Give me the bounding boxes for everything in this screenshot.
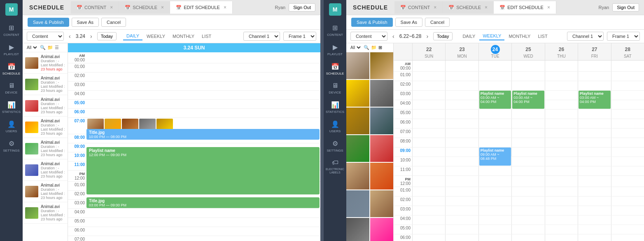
photo-1[interactable]: [346, 52, 369, 79]
right-view-daily[interactable]: DAILY: [459, 32, 478, 40]
photo-14[interactable]: [370, 218, 393, 241]
right-tab-schedule[interactable]: 📅 SCHEDULE ×: [443, 1, 494, 14]
right-tab-content-close[interactable]: ×: [434, 5, 436, 10]
left-folder-btn[interactable]: 📁: [47, 45, 53, 50]
left-tab-edit-close[interactable]: ×: [224, 5, 226, 10]
left-view-daily[interactable]: DAILY: [123, 32, 142, 40]
left-signout-btn[interactable]: Sign Out: [289, 3, 315, 12]
photo-2[interactable]: [370, 52, 393, 79]
left-save-as-btn[interactable]: Save As: [72, 18, 99, 27]
left-tab-schedule[interactable]: 📅 SCHEDULE ×: [119, 1, 170, 14]
photo-13[interactable]: [346, 218, 369, 241]
right-tab-content[interactable]: 📅 CONTENT ×: [394, 1, 443, 14]
right-prev-btn[interactable]: ‹: [391, 33, 396, 40]
w-cell-24-00[interactable]: [478, 61, 511, 71]
w-event-playlist-tue[interactable]: Playlist name 03:00 AM ~ 04:00 PM: [479, 91, 511, 109]
right-channel-select[interactable]: Channel 1: [567, 32, 604, 41]
left-prev-btn[interactable]: ‹: [67, 33, 72, 40]
left-search-btn[interactable]: 🔍: [40, 45, 46, 50]
right-tab-edit-schedule[interactable]: 📅 EDIT SCHEDULE ×: [494, 1, 556, 14]
left-frame-select[interactable]: Frame 1: [283, 32, 316, 41]
left-tab-content[interactable]: 📅 CONTENT ×: [71, 1, 119, 14]
w-cell-28-00[interactable]: [611, 61, 644, 71]
list-item[interactable]: Animal.avi Duration : - Last Modified : …: [23, 52, 68, 74]
w-cell-24-03[interactable]: Playlist name 03:00 AM ~ 04:00 PM: [478, 91, 511, 100]
right-next-btn[interactable]: ›: [425, 33, 430, 40]
left-view-list[interactable]: LIST: [198, 32, 215, 40]
right-search-btn[interactable]: 🔍: [364, 45, 369, 50]
right-view-weekly[interactable]: WEEKLY: [479, 32, 504, 40]
photo-3[interactable]: [346, 80, 369, 107]
right-folder-btn[interactable]: 📁: [371, 45, 377, 50]
right-content-select[interactable]: Content: [350, 32, 387, 41]
event-title-jpg-2[interactable]: Title.jpg 03:00 PM — 09:00 PM: [86, 197, 320, 208]
right-filter-select[interactable]: All: [349, 45, 362, 50]
right-save-as-btn[interactable]: Save As: [395, 18, 422, 27]
left-filter-select[interactable]: All: [25, 45, 38, 50]
w-cell-26-00[interactable]: [545, 61, 578, 71]
right-sidebar-content[interactable]: ⊞ CONTENT: [324, 21, 346, 40]
right-sidebar-playlist[interactable]: ▶ PLAYLIST: [324, 40, 346, 59]
sidebar-item-schedule[interactable]: 📅 SCHEDULE: [0, 59, 23, 79]
w-cell-24-09[interactable]: Playlist name 09:00 AM ~ 08:48 PM: [478, 147, 511, 157]
list-item[interactable]: Animal.avi Duration : - Last Modified : …: [23, 95, 68, 117]
w-event-playlist-fri[interactable]: Playlist name 03:00 AM ~ 04:00 PM: [579, 91, 610, 109]
w-cell-27-03[interactable]: Playlist name 03:00 AM ~ 04:00 PM: [578, 91, 611, 100]
list-item[interactable]: Animal.avi Duration : - Last Modified : …: [23, 117, 68, 138]
sidebar-item-users[interactable]: 👤 USERS: [0, 117, 23, 136]
sidebar-item-content[interactable]: ⊞ CONTENT: [0, 21, 23, 40]
sidebar-item-device[interactable]: 🖥 DEVICE: [0, 79, 23, 98]
sidebar-item-playlist[interactable]: ▶ PLAYLIST: [0, 40, 23, 59]
right-tab-schedule-close[interactable]: ×: [485, 5, 488, 10]
right-save-publish-btn[interactable]: Save & Publish: [351, 18, 393, 27]
right-view-list[interactable]: LIST: [534, 32, 551, 40]
sidebar-item-settings[interactable]: ⚙ SETTINGS: [0, 136, 23, 156]
photo-5[interactable]: [346, 108, 369, 134]
list-item[interactable]: Animal.avi Duration : - Last Modified : …: [23, 181, 68, 202]
right-view-monthly[interactable]: MONTHLY: [505, 32, 534, 40]
w-cell-27-00[interactable]: [578, 61, 611, 71]
right-sidebar-settings[interactable]: ⚙ SETTINGS: [324, 136, 346, 156]
w-event-playlist-blue[interactable]: Playlist name 09:00 AM ~ 08:48 PM: [479, 147, 511, 166]
sidebar-item-statistics[interactable]: 📊 STATISTICS: [0, 98, 23, 117]
left-content-select[interactable]: Content: [27, 32, 64, 41]
left-tab-edit-schedule[interactable]: 📅 EDIT SCHEDULE ×: [170, 1, 233, 14]
right-today-btn[interactable]: Today: [433, 32, 453, 40]
left-list-view-btn[interactable]: ☰: [55, 45, 59, 50]
w-cell-25-00[interactable]: [511, 61, 544, 71]
event-playlist-name-1[interactable]: Playlist name 12:00 PM — 09:00 PM: [86, 147, 320, 194]
left-view-monthly[interactable]: MONTHLY: [169, 32, 198, 40]
right-grid-btn[interactable]: ⊞: [378, 45, 382, 50]
right-sidebar-device[interactable]: 🖥 DEVICE: [324, 79, 346, 98]
list-item[interactable]: Animal.avi Duration : - Last Modified : …: [23, 159, 68, 181]
photo-11[interactable]: [346, 190, 369, 217]
right-sidebar-users[interactable]: 👤 USERS: [324, 117, 346, 136]
photo-7[interactable]: [346, 135, 369, 162]
photo-10[interactable]: [370, 163, 393, 190]
right-frame-select[interactable]: Frame 1: [607, 32, 640, 41]
right-cancel-btn[interactable]: Cancel: [425, 18, 450, 27]
event-title-jpg-1[interactable]: Title.jpg 10:00 PM — 08:00 PM: [86, 129, 320, 140]
right-sidebar-elabels[interactable]: 🏷 ELECTRONIC LABELS: [324, 156, 346, 178]
w-cell-23-00[interactable]: [445, 61, 478, 71]
left-channel-select[interactable]: Channel 1: [243, 32, 280, 41]
photo-6[interactable]: [370, 108, 393, 134]
list-item[interactable]: Animal.avi Duration : - Last Modified : …: [23, 202, 68, 224]
left-tab-schedule-close[interactable]: ×: [161, 5, 164, 10]
right-signout-btn[interactable]: Sign Out: [612, 3, 639, 12]
left-save-publish-btn[interactable]: Save & Publish: [28, 18, 69, 27]
right-sidebar-schedule[interactable]: 📅 SCHEDULE: [324, 59, 346, 79]
w-cell-25-03[interactable]: Playlist name 03:00 AM ~ 04:00 PM: [511, 91, 544, 100]
list-item[interactable]: Animal.avi Duration : - Last Modified : …: [23, 138, 68, 159]
list-item[interactable]: Animal.avi Duration : - Last Modified : …: [23, 74, 68, 95]
left-today-btn[interactable]: Today: [97, 32, 117, 40]
left-view-weekly[interactable]: WEEKLY: [143, 32, 168, 40]
photo-8[interactable]: [370, 135, 393, 162]
right-tab-edit-close[interactable]: ×: [547, 5, 550, 10]
photo-9[interactable]: [346, 163, 369, 190]
left-cancel-btn[interactable]: Cancel: [101, 18, 126, 27]
photo-12[interactable]: [370, 190, 393, 217]
photo-4[interactable]: [370, 80, 393, 107]
right-sidebar-statistics[interactable]: 📊 STATISTICS: [324, 98, 346, 117]
left-tab-content-close[interactable]: ×: [110, 5, 113, 10]
